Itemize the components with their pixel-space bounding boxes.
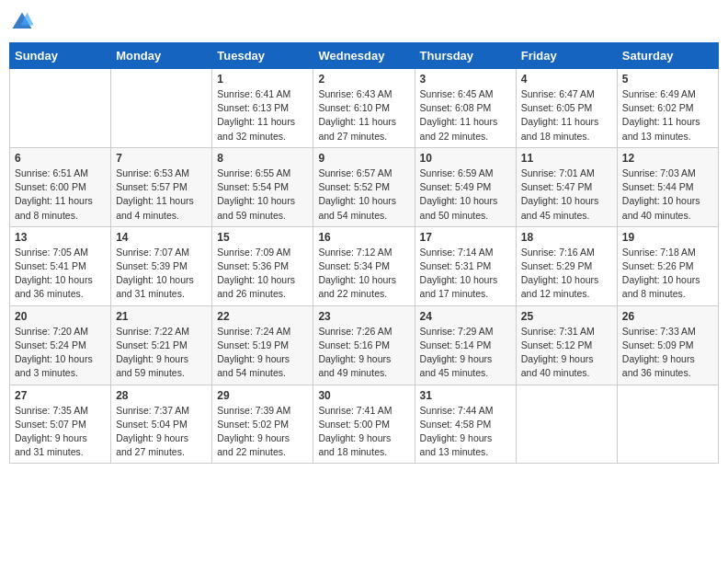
page-header [9, 9, 719, 35]
calendar-cell: 17Sunrise: 7:14 AMSunset: 5:31 PMDayligh… [415, 226, 516, 305]
day-info: Sunrise: 7:16 AMSunset: 5:29 PMDaylight:… [521, 246, 612, 302]
calendar-cell: 5Sunrise: 6:49 AMSunset: 6:02 PMDaylight… [617, 69, 718, 148]
weekday-header: Wednesday [313, 43, 415, 69]
calendar-cell: 27Sunrise: 7:35 AMSunset: 5:07 PMDayligh… [10, 385, 111, 464]
calendar-cell: 4Sunrise: 6:47 AMSunset: 6:05 PMDaylight… [516, 69, 617, 148]
day-number: 23 [318, 310, 409, 323]
day-info: Sunrise: 7:31 AMSunset: 5:12 PMDaylight:… [521, 325, 612, 381]
calendar-cell: 20Sunrise: 7:20 AMSunset: 5:24 PMDayligh… [10, 305, 111, 385]
day-number: 12 [622, 152, 713, 165]
calendar-week-row: 1Sunrise: 6:41 AMSunset: 6:13 PMDaylight… [10, 69, 719, 148]
weekday-header: Saturday [617, 43, 718, 69]
day-info: Sunrise: 7:24 AMSunset: 5:19 PMDaylight:… [217, 325, 308, 381]
day-info: Sunrise: 6:45 AMSunset: 6:08 PMDaylight:… [420, 87, 511, 144]
calendar-cell: 6Sunrise: 6:51 AMSunset: 6:00 PMDaylight… [10, 147, 111, 226]
day-number: 1 [217, 73, 308, 86]
day-info: Sunrise: 6:49 AMSunset: 6:02 PMDaylight:… [622, 87, 713, 144]
day-number: 16 [318, 231, 409, 244]
day-number: 11 [521, 152, 612, 165]
day-info: Sunrise: 6:57 AMSunset: 5:52 PMDaylight:… [318, 167, 409, 223]
day-info: Sunrise: 7:35 AMSunset: 5:07 PMDaylight:… [15, 404, 106, 460]
day-number: 28 [116, 389, 207, 402]
calendar-cell: 21Sunrise: 7:22 AMSunset: 5:21 PMDayligh… [111, 305, 212, 385]
calendar-cell: 22Sunrise: 7:24 AMSunset: 5:19 PMDayligh… [212, 305, 313, 385]
day-info: Sunrise: 6:47 AMSunset: 6:05 PMDaylight:… [521, 87, 612, 144]
calendar-cell: 1Sunrise: 6:41 AMSunset: 6:13 PMDaylight… [212, 69, 313, 148]
calendar-cell: 14Sunrise: 7:07 AMSunset: 5:39 PMDayligh… [111, 226, 212, 305]
calendar-week-row: 13Sunrise: 7:05 AMSunset: 5:41 PMDayligh… [10, 226, 719, 305]
day-number: 31 [420, 389, 511, 402]
weekday-header: Monday [111, 43, 212, 69]
day-info: Sunrise: 7:18 AMSunset: 5:26 PMDaylight:… [622, 246, 713, 302]
calendar-cell: 2Sunrise: 6:43 AMSunset: 6:10 PMDaylight… [313, 69, 415, 148]
calendar-cell: 25Sunrise: 7:31 AMSunset: 5:12 PMDayligh… [516, 305, 617, 385]
day-number: 5 [622, 73, 713, 86]
day-info: Sunrise: 6:43 AMSunset: 6:10 PMDaylight:… [318, 87, 409, 144]
day-info: Sunrise: 6:41 AMSunset: 6:13 PMDaylight:… [217, 87, 308, 144]
day-info: Sunrise: 7:14 AMSunset: 5:31 PMDaylight:… [420, 246, 511, 302]
day-info: Sunrise: 7:01 AMSunset: 5:47 PMDaylight:… [521, 167, 612, 223]
day-number: 19 [622, 231, 713, 244]
calendar-cell: 16Sunrise: 7:12 AMSunset: 5:34 PMDayligh… [313, 226, 415, 305]
day-info: Sunrise: 7:39 AMSunset: 5:02 PMDaylight:… [217, 404, 308, 460]
calendar-cell: 26Sunrise: 7:33 AMSunset: 5:09 PMDayligh… [617, 305, 718, 385]
day-info: Sunrise: 7:22 AMSunset: 5:21 PMDaylight:… [116, 325, 207, 381]
day-number: 9 [318, 152, 409, 165]
calendar-cell: 15Sunrise: 7:09 AMSunset: 5:36 PMDayligh… [212, 226, 313, 305]
day-number: 14 [116, 231, 207, 244]
weekday-header: Tuesday [212, 43, 313, 69]
day-info: Sunrise: 7:03 AMSunset: 5:44 PMDaylight:… [622, 167, 713, 223]
calendar-cell [617, 385, 718, 464]
day-number: 21 [116, 310, 207, 323]
day-number: 29 [217, 389, 308, 402]
day-number: 7 [116, 152, 207, 165]
calendar-cell: 13Sunrise: 7:05 AMSunset: 5:41 PMDayligh… [10, 226, 111, 305]
calendar-cell: 7Sunrise: 6:53 AMSunset: 5:57 PMDaylight… [111, 147, 212, 226]
day-number: 24 [420, 310, 511, 323]
day-number: 6 [15, 152, 106, 165]
day-info: Sunrise: 6:55 AMSunset: 5:54 PMDaylight:… [217, 167, 308, 223]
calendar-cell [111, 69, 212, 148]
day-number: 27 [15, 389, 106, 402]
calendar-cell: 24Sunrise: 7:29 AMSunset: 5:14 PMDayligh… [415, 305, 516, 385]
day-info: Sunrise: 7:07 AMSunset: 5:39 PMDaylight:… [116, 246, 207, 302]
day-info: Sunrise: 7:05 AMSunset: 5:41 PMDaylight:… [15, 246, 106, 302]
calendar-cell: 18Sunrise: 7:16 AMSunset: 5:29 PMDayligh… [516, 226, 617, 305]
day-number: 22 [217, 310, 308, 323]
day-info: Sunrise: 7:09 AMSunset: 5:36 PMDaylight:… [217, 246, 308, 302]
day-info: Sunrise: 6:59 AMSunset: 5:49 PMDaylight:… [420, 167, 511, 223]
calendar-cell: 28Sunrise: 7:37 AMSunset: 5:04 PMDayligh… [111, 385, 212, 464]
day-number: 20 [15, 310, 106, 323]
day-number: 30 [318, 389, 409, 402]
logo [9, 9, 37, 35]
calendar-week-row: 6Sunrise: 6:51 AMSunset: 6:00 PMDaylight… [10, 147, 719, 226]
day-info: Sunrise: 6:51 AMSunset: 6:00 PMDaylight:… [15, 167, 106, 223]
day-number: 10 [420, 152, 511, 165]
calendar-cell: 10Sunrise: 6:59 AMSunset: 5:49 PMDayligh… [415, 147, 516, 226]
weekday-header: Sunday [10, 43, 111, 69]
calendar-week-row: 27Sunrise: 7:35 AMSunset: 5:07 PMDayligh… [10, 385, 719, 464]
day-info: Sunrise: 7:20 AMSunset: 5:24 PMDaylight:… [15, 325, 106, 381]
day-info: Sunrise: 7:41 AMSunset: 5:00 PMDaylight:… [318, 404, 409, 460]
calendar-cell: 30Sunrise: 7:41 AMSunset: 5:00 PMDayligh… [313, 385, 415, 464]
day-info: Sunrise: 7:37 AMSunset: 5:04 PMDaylight:… [116, 404, 207, 460]
calendar-cell: 19Sunrise: 7:18 AMSunset: 5:26 PMDayligh… [617, 226, 718, 305]
calendar-cell: 8Sunrise: 6:55 AMSunset: 5:54 PMDaylight… [212, 147, 313, 226]
day-number: 17 [420, 231, 511, 244]
weekday-header: Thursday [415, 43, 516, 69]
day-number: 8 [217, 152, 308, 165]
day-number: 2 [318, 73, 409, 86]
logo-icon [9, 9, 35, 35]
weekday-header: Friday [516, 43, 617, 69]
calendar-cell: 23Sunrise: 7:26 AMSunset: 5:16 PMDayligh… [313, 305, 415, 385]
day-number: 18 [521, 231, 612, 244]
day-number: 13 [15, 231, 106, 244]
calendar-cell: 31Sunrise: 7:44 AMSunset: 4:58 PMDayligh… [415, 385, 516, 464]
day-info: Sunrise: 7:12 AMSunset: 5:34 PMDaylight:… [318, 246, 409, 302]
calendar-header-row: SundayMondayTuesdayWednesdayThursdayFrid… [10, 43, 719, 69]
calendar-table: SundayMondayTuesdayWednesdayThursdayFrid… [9, 42, 719, 464]
calendar-week-row: 20Sunrise: 7:20 AMSunset: 5:24 PMDayligh… [10, 305, 719, 385]
calendar-cell: 11Sunrise: 7:01 AMSunset: 5:47 PMDayligh… [516, 147, 617, 226]
day-number: 25 [521, 310, 612, 323]
calendar-cell [516, 385, 617, 464]
